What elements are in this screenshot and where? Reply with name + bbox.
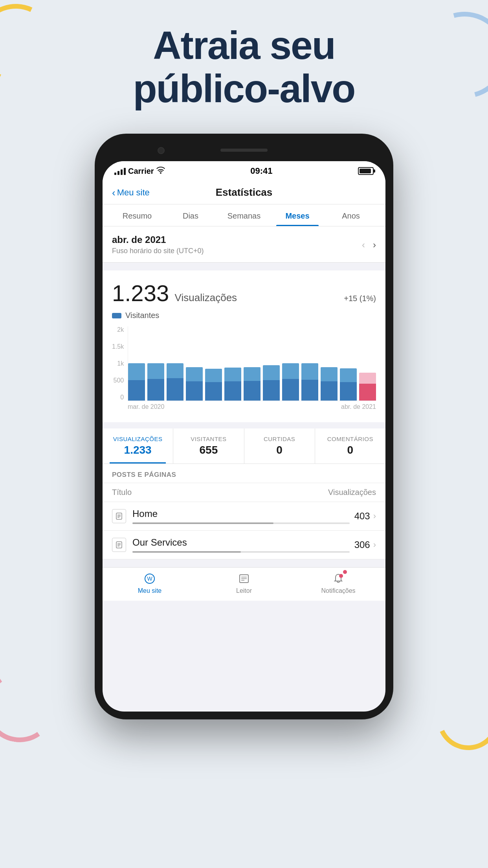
nav-back-button[interactable]: ‹ Meu site [112,188,150,198]
bar-bottom-0 [128,380,145,401]
bar-bottom-12 [359,384,376,401]
chart-card: 1.233 Visualizações +15 (1%) Visitantes … [103,270,385,422]
stat-visualizacoes[interactable]: VISUALIZAÇÕES 1.233 [103,428,173,463]
bar-group-10 [321,367,338,401]
notificacoes-icon [331,572,345,586]
battery-icon [358,167,374,175]
status-left: Carrier [114,167,165,176]
tab-dias[interactable]: Dias [164,204,217,226]
tab-semanas[interactable]: Semanas [217,204,271,226]
bar-group-7 [263,365,280,401]
stat-value-visitantes: 655 [176,444,240,456]
phone-top-bar [103,142,385,161]
post-right-services: 306 › [354,539,376,550]
bar-bottom-6 [244,381,261,401]
notification-badge-dot [343,570,347,574]
bar-group-0 [128,363,145,401]
post-views-services: 306 [354,539,370,550]
posts-col-title-label: Título [112,488,132,497]
bar-group-11 [340,368,357,401]
date-subtitle: Fuso horário do site (UTC+0) [112,247,204,255]
bar-bottom-9 [301,380,318,401]
carrier-label: Carrier [128,167,154,176]
signal-bar-2 [117,171,119,175]
status-time: 09:41 [250,166,272,176]
date-info: abr. de 2021 Fuso horário do site (UTC+0… [112,234,204,255]
bar-top-1 [147,363,164,379]
stat-value-visualizacoes: 1.233 [106,444,170,456]
stat-curtidas[interactable]: CURTIDAS 0 [244,428,315,463]
stat-name-comentarios: COMENTÁRIOS [318,436,382,442]
bottom-tab-notificacoes-label: Notificações [321,587,355,594]
tab-resumo[interactable]: Resumo [110,204,164,226]
signal-bar-4 [124,168,126,175]
bottom-tab-meu-site[interactable]: W Meu site [103,572,197,594]
x-label-start: mar. de 2020 [128,403,164,410]
tab-anos[interactable]: Anos [324,204,378,226]
phone-speaker [220,149,268,152]
date-prev-button[interactable]: ‹ [362,239,365,250]
y-label-1k: 1k [112,360,126,367]
hero-line1: Atraia seu [153,23,335,67]
bottom-tab-notificacoes[interactable]: Notificações [291,572,385,594]
bar-top-0 [128,363,145,380]
legend-text-visitors: Visitantes [125,311,159,320]
date-next-button[interactable]: › [373,239,376,250]
y-label-500: 500 [112,377,126,384]
stat-name-visualizacoes: VISUALIZAÇÕES [106,436,170,442]
bar-group-1 [147,363,164,401]
post-progress-bar-fill-services [132,551,241,553]
bar-group-8 [282,363,299,401]
phone-mockup: Carrier 09:41 ‹ [95,134,393,719]
post-chevron-home-icon: › [373,511,376,521]
wifi-icon [156,167,165,176]
bottom-tab-leitor-label: Leitor [236,587,252,594]
bar-group-12 [359,373,376,401]
signal-bar-3 [121,169,123,175]
stat-visitantes[interactable]: VISITANTES 655 [173,428,244,463]
battery-fill [360,169,371,173]
post-row-home[interactable]: Home 403 › [103,502,385,531]
phone-screen: Carrier 09:41 ‹ [103,161,385,712]
post-icon-home [112,509,126,523]
bar-group-4 [205,369,222,401]
stat-comentarios[interactable]: COMENTÁRIOS 0 [315,428,385,463]
chart-y-labels: 2k 1.5k 1k 500 0 [112,326,126,401]
chart-number: 1.233 [112,280,169,306]
post-progress-bar-fill-home [132,522,273,524]
post-row-services[interactable]: Our Services 306 › [103,531,385,559]
tab-meses[interactable]: Meses [271,204,324,226]
posts-col-views-label: Visualizações [328,488,376,497]
post-chevron-services-icon: › [373,540,376,550]
bar-top-11 [340,368,357,382]
phone-outer: Carrier 09:41 ‹ [95,134,393,719]
posts-table-header: Título Visualizações [103,483,385,502]
bar-bottom-1 [147,379,164,401]
bar-bottom-4 [205,382,222,401]
y-label-1-5k: 1.5k [112,343,126,350]
bottom-tab-leitor[interactable]: Leitor [197,572,291,594]
bar-top-10 [321,367,338,381]
stat-name-visitantes: VISITANTES [176,436,240,442]
deco-arc-pink [0,666,61,748]
posts-section: POSTS E PÁGINAS Título Visualizações [103,464,385,559]
post-progress-bar-bg-home [132,522,350,524]
legend-dot-visitors [112,313,121,318]
post-icon-services [112,538,126,552]
bar-bottom-2 [167,378,183,401]
chart-change: +15 (1%) [344,294,376,303]
chart-main-stat: 1.233 Visualizações +15 (1%) [112,280,376,306]
signal-bar-1 [114,173,116,175]
bar-top-7 [263,365,280,380]
hero-title: Atraia seu público-alvo [0,24,488,110]
x-label-end: abr. de 2021 [341,403,376,410]
post-progress-home: Home [132,508,350,524]
hero-line2: público-alvo [133,66,355,110]
stat-value-comentarios: 0 [318,444,382,456]
chart-legend: Visitantes [112,311,376,320]
signal-bars-icon [114,167,126,175]
post-title-home: Home [132,508,350,519]
bar-group-6 [244,367,261,401]
date-section: abr. de 2021 Fuso horário do site (UTC+0… [103,226,385,263]
status-bar: Carrier 09:41 [103,161,385,181]
